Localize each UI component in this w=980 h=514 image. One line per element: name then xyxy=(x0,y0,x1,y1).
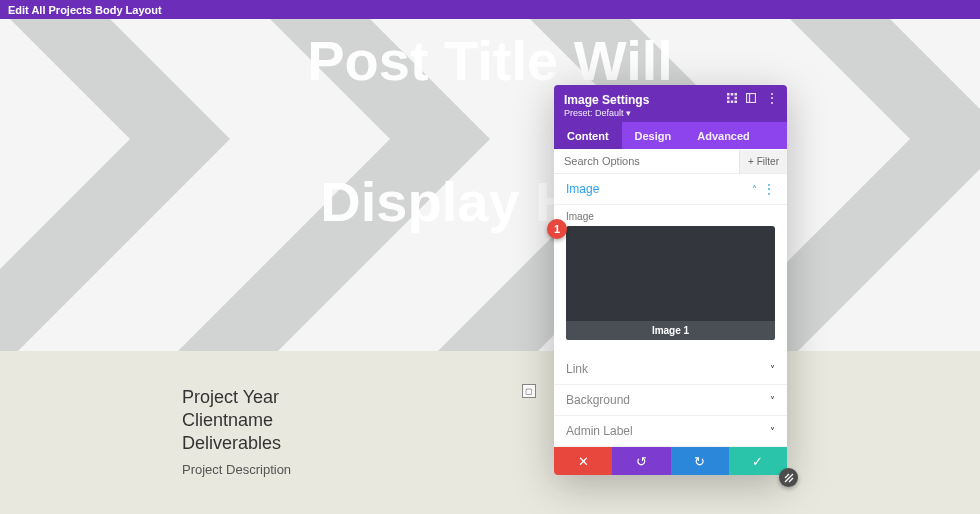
image-box-label: Image 1 xyxy=(566,321,775,340)
tab-design[interactable]: Design xyxy=(622,122,685,149)
panel-header[interactable]: Image Settings Preset: Default ▾ ⋮ xyxy=(554,85,787,122)
resize-handle[interactable] xyxy=(779,468,798,487)
save-button[interactable]: ✓ xyxy=(729,447,787,475)
chevron-down-icon: ˅ xyxy=(770,426,775,437)
search-row: + Filter xyxy=(554,149,787,174)
image-field-area: Image Image 1 xyxy=(554,205,787,354)
redo-button[interactable]: ↻ xyxy=(671,447,729,475)
svg-rect-12 xyxy=(735,101,738,104)
panel-preset-row[interactable]: Preset: Default ▾ xyxy=(564,108,777,118)
section-admin-label-label: Admin Label xyxy=(566,424,633,438)
section-background[interactable]: Background ˅ xyxy=(554,385,787,416)
plus-icon: + xyxy=(748,156,754,167)
chevron-down-icon: ▾ xyxy=(626,108,631,118)
panel-preset-prefix: Preset: xyxy=(564,108,593,118)
project-info-area: Project Year Clientname Deliverables Pro… xyxy=(0,351,980,514)
panel-footer: ✕ ↺ ↻ ✓ xyxy=(554,447,787,475)
cancel-button[interactable]: ✕ xyxy=(554,447,612,475)
panel-tabs: Content Design Advanced xyxy=(554,122,787,149)
chevron-down-icon: ˅ xyxy=(770,395,775,406)
svg-rect-6 xyxy=(731,93,734,96)
section-menu-icon[interactable]: ⋮ xyxy=(763,182,775,196)
svg-rect-5 xyxy=(727,93,730,96)
svg-rect-8 xyxy=(727,97,730,100)
broken-image-icon: ▢ xyxy=(522,384,536,398)
top-bar-title: Edit All Projects Body Layout xyxy=(8,4,162,16)
section-link-label: Link xyxy=(566,362,588,376)
drag-icon[interactable] xyxy=(727,93,737,103)
section-image[interactable]: Image ˄ ⋮ xyxy=(554,174,787,205)
undo-button[interactable]: ↺ xyxy=(612,447,670,475)
svg-rect-10 xyxy=(727,101,730,104)
image-selector[interactable]: Image 1 xyxy=(566,226,775,340)
section-admin-label[interactable]: Admin Label ˅ xyxy=(554,416,787,447)
image-settings-panel: Image Settings Preset: Default ▾ ⋮ Conte… xyxy=(554,85,787,475)
panel-preset-value: Default xyxy=(595,108,624,118)
menu-icon[interactable]: ⋮ xyxy=(765,93,779,103)
chevron-down-icon: ˅ xyxy=(770,364,775,375)
top-bar: Edit All Projects Body Layout xyxy=(0,0,980,19)
expand-icon[interactable] xyxy=(746,93,756,103)
svg-rect-11 xyxy=(731,101,734,104)
chevron-up-icon: ˄ xyxy=(752,184,757,195)
svg-rect-9 xyxy=(735,97,738,100)
callout-marker-1: 1 xyxy=(547,219,567,239)
svg-rect-7 xyxy=(735,93,738,96)
section-image-label: Image xyxy=(566,182,599,196)
tab-advanced[interactable]: Advanced xyxy=(684,122,763,149)
filter-button[interactable]: + Filter xyxy=(739,150,787,173)
filter-label: Filter xyxy=(757,156,779,167)
section-link[interactable]: Link ˅ xyxy=(554,354,787,385)
hero-title-line1: Post Title Will xyxy=(307,29,673,92)
image-field-label: Image xyxy=(566,211,775,222)
search-input[interactable] xyxy=(554,149,739,173)
tab-content[interactable]: Content xyxy=(554,122,622,149)
hero-area: Post Title Will Display Here xyxy=(0,19,980,351)
section-background-label: Background xyxy=(566,393,630,407)
panel-header-icons: ⋮ xyxy=(727,93,779,103)
svg-rect-13 xyxy=(747,94,756,103)
